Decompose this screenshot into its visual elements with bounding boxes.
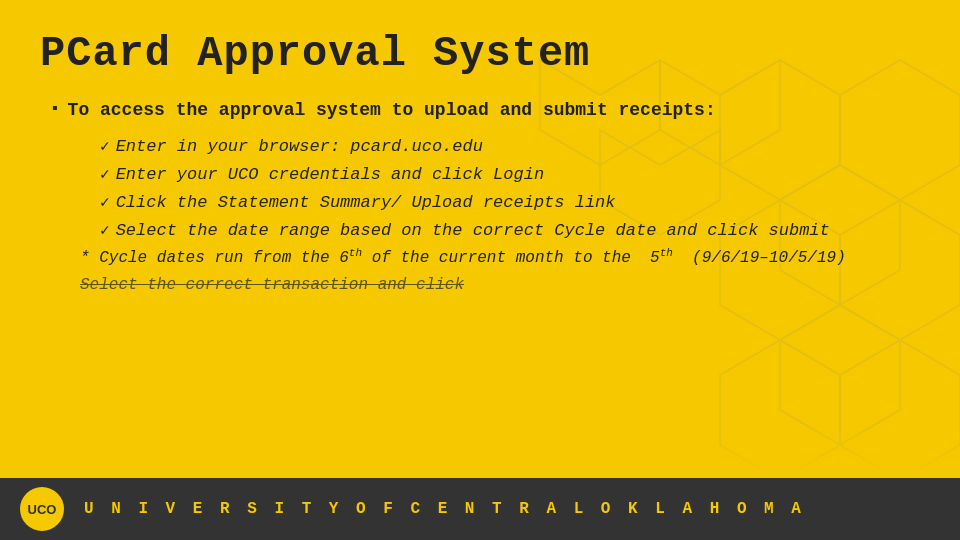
main-bullet: ▪ To access the approval system to uploa… [50, 98, 920, 123]
svg-marker-7 [840, 340, 960, 480]
svg-marker-6 [720, 340, 840, 480]
check-icon-1: ✓ [100, 136, 110, 158]
slide-container: PCard Approval System ▪ To access the ap… [0, 0, 960, 540]
check-icon-2: ✓ [100, 164, 110, 186]
svg-marker-4 [780, 305, 900, 445]
check-text-1: Enter in your browser: pcard.uco.edu [116, 135, 483, 159]
svg-text:UCO: UCO [28, 502, 57, 517]
uco-logo-svg: UCO [22, 489, 62, 529]
fade-overlay [0, 428, 960, 478]
university-name: U N I V E R S I T Y O F C E N T R A L O … [84, 500, 805, 518]
check-list: ✓ Enter in your browser: pcard.uco.edu ✓… [100, 135, 920, 242]
check-icon-4: ✓ [100, 220, 110, 242]
check-text-3: Click the Statement Summary/ Upload rece… [116, 191, 616, 215]
uco-logo-circle: UCO [20, 487, 64, 531]
check-item-3: ✓ Click the Statement Summary/ Upload re… [100, 191, 920, 215]
check-icon-3: ✓ [100, 192, 110, 214]
check-item-1: ✓ Enter in your browser: pcard.uco.edu [100, 135, 920, 159]
check-text-4: Select the date range based on the corre… [116, 219, 830, 243]
main-bullet-text: To access the approval system to upload … [68, 98, 716, 123]
bottom-bar: UCO U N I V E R S I T Y O F C E N T R A … [0, 478, 960, 540]
sub-note: * Cycle dates run from the 6th of the cu… [80, 246, 920, 270]
page-title: PCard Approval System [40, 30, 920, 78]
check-item-4: ✓ Select the date range based on the cor… [100, 219, 920, 243]
square-bullet-icon: ▪ [50, 100, 60, 118]
uco-logo: UCO [20, 487, 64, 531]
check-text-2: Enter your UCO credentials and click Log… [116, 163, 544, 187]
last-line-partial: Select the correct transaction and click [80, 274, 920, 296]
check-item-2: ✓ Enter your UCO credentials and click L… [100, 163, 920, 187]
bullet-section: ▪ To access the approval system to uploa… [50, 98, 920, 296]
